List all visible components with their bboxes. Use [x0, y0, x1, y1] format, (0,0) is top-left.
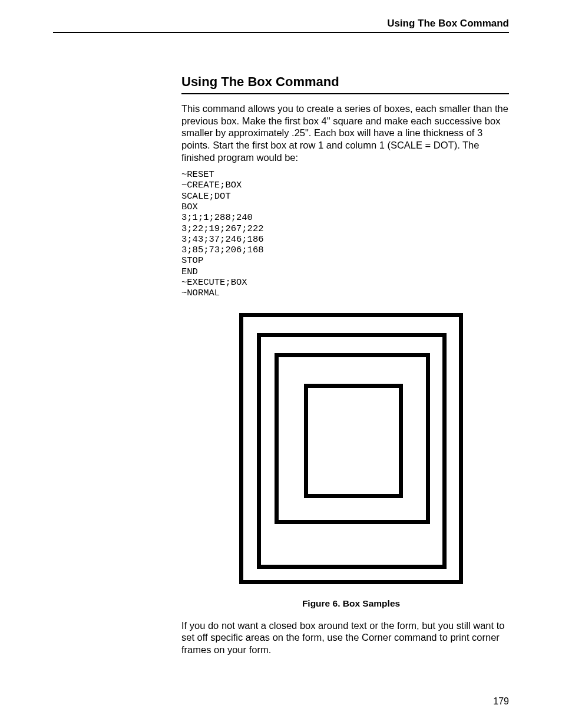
intro-paragraph: This command allows you to create a seri… — [181, 103, 509, 163]
box-outline-4 — [304, 384, 403, 498]
content-column: Using The Box Command This command allow… — [181, 74, 509, 655]
section-title: Using The Box Command — [181, 74, 509, 94]
code-listing: ~RESET ~CREATE;BOX SCALE;DOT BOX 3;1;1;2… — [181, 169, 509, 298]
nested-boxes-diagram — [239, 313, 463, 584]
figure-box-samples — [193, 313, 509, 584]
document-page: Using The Box Command Using The Box Comm… — [0, 0, 562, 728]
running-header: Using The Box Command — [53, 18, 509, 33]
figure-caption: Figure 6. Box Samples — [193, 598, 509, 609]
followup-paragraph: If you do not want a closed box around t… — [181, 620, 509, 656]
page-number: 179 — [493, 696, 509, 707]
